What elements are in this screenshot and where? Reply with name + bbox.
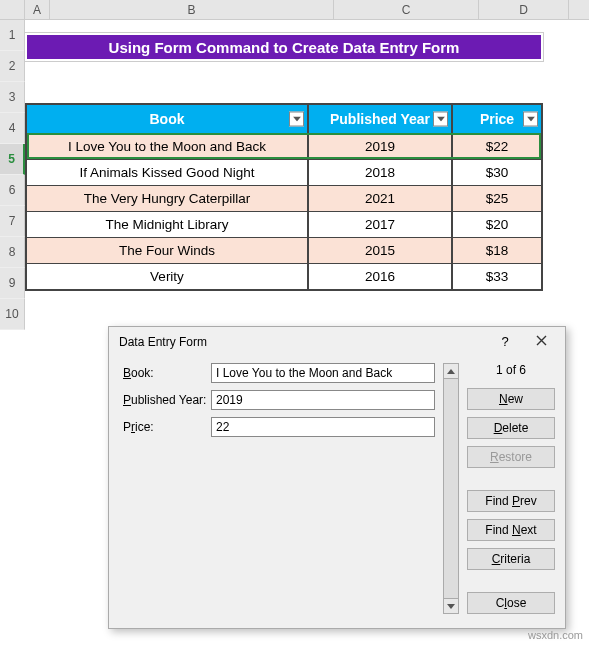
dialog-buttons: 1 of 6 New Delete Restore Find Prev Find… xyxy=(467,363,555,614)
row-headers: 1 2 3 4 5 6 7 8 9 10 xyxy=(0,20,25,330)
row-header-4[interactable]: 4 xyxy=(0,113,25,144)
cell-price[interactable]: $18 xyxy=(453,238,541,263)
cell-year[interactable]: 2018 xyxy=(309,160,453,185)
row-header-8[interactable]: 8 xyxy=(0,237,25,268)
cell-price[interactable]: $30 xyxy=(453,160,541,185)
row-header-3[interactable]: 3 xyxy=(0,82,25,113)
corner-cell[interactable] xyxy=(0,0,25,19)
table-row[interactable]: The Four Winds 2015 $18 xyxy=(27,237,541,263)
cell-book[interactable]: The Four Winds xyxy=(27,238,309,263)
header-year[interactable]: Published Year xyxy=(309,105,453,133)
row-header-1[interactable]: 1 xyxy=(0,20,25,51)
row-header-10[interactable]: 10 xyxy=(0,299,25,330)
dialog-title: Data Entry Form xyxy=(119,335,487,349)
scroll-track[interactable] xyxy=(443,379,459,598)
filter-icon[interactable] xyxy=(433,112,448,127)
input-price[interactable] xyxy=(211,417,435,437)
label-year: Published Year: xyxy=(123,393,211,407)
restore-button[interactable]: Restore xyxy=(467,446,555,468)
input-book[interactable] xyxy=(211,363,435,383)
field-book: Book: xyxy=(123,363,435,383)
cell-price[interactable]: $20 xyxy=(453,212,541,237)
filter-icon[interactable] xyxy=(523,112,538,127)
cell-year[interactable]: 2015 xyxy=(309,238,453,263)
cell-book[interactable]: I Love You to the Moon and Back xyxy=(27,134,309,159)
col-header-B[interactable]: B xyxy=(50,0,334,19)
col-header-A[interactable]: A xyxy=(25,0,50,19)
close-button[interactable]: Close xyxy=(467,592,555,614)
row-header-5[interactable]: 5 xyxy=(0,144,25,175)
cell-book[interactable]: The Very Hungry Caterpillar xyxy=(27,186,309,211)
data-entry-form-dialog: Data Entry Form ? Book: Published Year: … xyxy=(108,326,566,629)
criteria-button[interactable]: Criteria xyxy=(467,548,555,570)
header-book-label: Book xyxy=(150,111,185,127)
dialog-titlebar[interactable]: Data Entry Form ? xyxy=(109,327,565,357)
find-next-button[interactable]: Find Next xyxy=(467,519,555,541)
new-button[interactable]: New xyxy=(467,388,555,410)
form-scrollbar[interactable] xyxy=(443,363,459,614)
table-row[interactable]: The Very Hungry Caterpillar 2021 $25 xyxy=(27,185,541,211)
help-button[interactable]: ? xyxy=(487,329,523,355)
header-price-label: Price xyxy=(480,111,514,127)
dialog-body: Book: Published Year: Price: 1 of 6 New … xyxy=(109,357,565,624)
header-book[interactable]: Book xyxy=(27,105,309,133)
input-year[interactable] xyxy=(211,390,435,410)
scroll-down-icon[interactable] xyxy=(443,598,459,614)
cell-price[interactable]: $22 xyxy=(453,134,541,159)
cell-book[interactable]: Verity xyxy=(27,264,309,289)
label-book: Book: xyxy=(123,366,211,380)
row-header-7[interactable]: 7 xyxy=(0,206,25,237)
row-header-2[interactable]: 2 xyxy=(0,51,25,82)
table-header: Book Published Year Price xyxy=(27,105,541,133)
row-header-6[interactable]: 6 xyxy=(0,175,25,206)
scroll-up-icon[interactable] xyxy=(443,363,459,379)
cell-year[interactable]: 2021 xyxy=(309,186,453,211)
table-row[interactable]: The Midnight Library 2017 $20 xyxy=(27,211,541,237)
cell-year[interactable]: 2016 xyxy=(309,264,453,289)
label-price: Price: xyxy=(123,420,211,434)
field-year: Published Year: xyxy=(123,390,435,410)
column-headers: A B C D xyxy=(0,0,589,20)
watermark: wsxdn.com xyxy=(528,629,583,641)
filter-icon[interactable] xyxy=(289,112,304,127)
page-title: Using Form Command to Create Data Entry … xyxy=(25,33,543,61)
field-price: Price: xyxy=(123,417,435,437)
form-fields: Book: Published Year: Price: xyxy=(123,363,435,614)
table-row[interactable]: I Love You to the Moon and Back 2019 $22 xyxy=(27,133,541,159)
cell-book[interactable]: The Midnight Library xyxy=(27,212,309,237)
col-header-C[interactable]: C xyxy=(334,0,479,19)
cell-book[interactable]: If Animals Kissed Good Night xyxy=(27,160,309,185)
cell-year[interactable]: 2017 xyxy=(309,212,453,237)
col-header-D[interactable]: D xyxy=(479,0,569,19)
delete-button[interactable]: Delete xyxy=(467,417,555,439)
header-year-label: Published Year xyxy=(330,111,430,127)
spreadsheet-grid: A B C D 1 2 3 4 5 6 7 8 9 10 xyxy=(0,0,589,20)
cell-price[interactable]: $25 xyxy=(453,186,541,211)
row-header-9[interactable]: 9 xyxy=(0,268,25,299)
table-row[interactable]: Verity 2016 $33 xyxy=(27,263,541,289)
header-price[interactable]: Price xyxy=(453,105,541,133)
close-icon[interactable] xyxy=(523,329,559,355)
record-counter: 1 of 6 xyxy=(467,363,555,379)
cell-year[interactable]: 2019 xyxy=(309,134,453,159)
cell-price[interactable]: $33 xyxy=(453,264,541,289)
table-row[interactable]: If Animals Kissed Good Night 2018 $30 xyxy=(27,159,541,185)
data-table: Book Published Year Price I Love You to … xyxy=(25,103,543,291)
find-prev-button[interactable]: Find Prev xyxy=(467,490,555,512)
